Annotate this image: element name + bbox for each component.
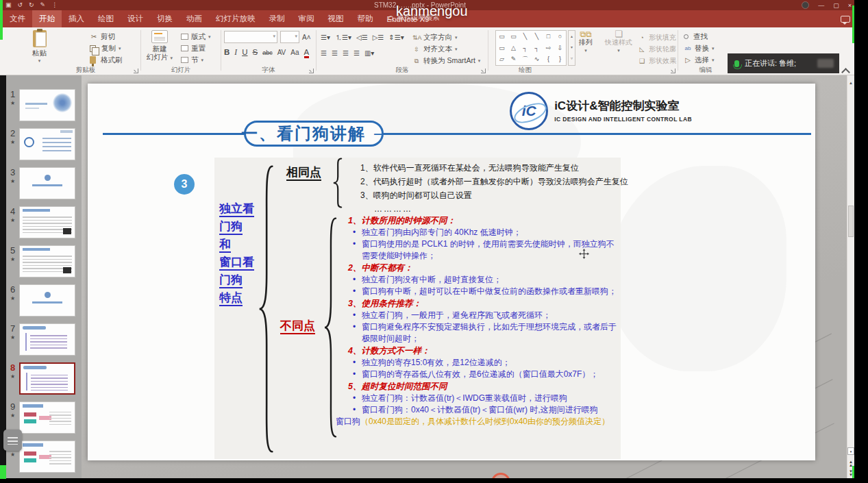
slide-thumbnail[interactable] [19, 284, 75, 317]
comments-icon[interactable] [841, 16, 850, 23]
ribbon-tab-录制[interactable]: 录制 [262, 10, 292, 27]
find-button[interactable]: 查找 [684, 32, 708, 42]
scroll-menu-button[interactable]: ▾ [847, 447, 854, 455]
section-button[interactable]: 节▾ [181, 55, 203, 65]
shape-item[interactable]: ╲ [519, 31, 531, 42]
select-button[interactable]: ▷选择▾ [684, 55, 715, 65]
shape-item[interactable]: □ [543, 31, 554, 42]
shape-item[interactable]: ✎ [508, 53, 519, 65]
ribbon-tab-设计[interactable]: 设计 [121, 10, 150, 27]
slide-thumbnail[interactable] [19, 206, 75, 238]
bullets-button[interactable]: ☰▾ [321, 34, 330, 41]
increase-indent-button[interactable]: ▷☰ [373, 34, 384, 41]
underline-button[interactable]: U [242, 48, 247, 56]
slide-thumbnail[interactable] [19, 362, 75, 395]
drawing-dialog-launcher[interactable] [671, 69, 675, 73]
copy-button[interactable]: 复制▾ [90, 43, 121, 53]
ribbon-tab-绘图[interactable]: 绘图 [91, 10, 121, 27]
arrange-button[interactable]: ⧉⧉ 排列▾ [579, 30, 593, 55]
format-painter-button[interactable]: 格式刷 [90, 55, 123, 65]
bold-button[interactable]: B [224, 48, 230, 56]
shape-item[interactable]: ╲ [531, 31, 543, 42]
ribbon-tab-开始[interactable]: 开始 [32, 10, 62, 27]
shapes-gallery-scroll[interactable]: ▴▾▿ [568, 30, 575, 66]
replace-button[interactable]: ab替换▾ [684, 43, 715, 53]
italic-button[interactable]: I [234, 48, 237, 56]
slide-thumbnail[interactable] [19, 89, 75, 121]
slide-editor[interactable]: 一、看门狗讲解 — iC iC设计&智能控制实验室 IC DESIGN AND … [88, 84, 815, 460]
restore-button[interactable]: ▢ [833, 2, 839, 9]
shape-item[interactable]: ⇩ [554, 42, 566, 54]
ribbon-tab-视图[interactable]: 视图 [321, 10, 351, 27]
align-left-button[interactable]: ☰ [321, 49, 327, 57]
shape-outline-button[interactable]: ◺形状轮廓 [638, 45, 676, 54]
shape-fill-button[interactable]: ◔形状填充 [638, 33, 676, 42]
shape-item[interactable]: ⌒ [519, 53, 531, 65]
quick-styles-button[interactable]: ❏ 快速样式▾ [605, 30, 632, 55]
ribbon-tab-切换[interactable]: 切换 [150, 10, 179, 27]
ink-icon[interactable]: ✎ [40, 1, 46, 10]
shape-item[interactable]: ○ [554, 31, 566, 42]
scroll-up-icon[interactable]: ▲ [847, 81, 854, 85]
shape-item[interactable]: ⇨ [543, 42, 554, 54]
shapes-gallery[interactable]: ▭▭╲╲□○▭△┐┐⇨⇩▱✎⌒∿{} [495, 30, 567, 66]
slide-thumbnail[interactable] [19, 245, 75, 277]
slide-title-banner[interactable]: 一、看门狗讲解 — [244, 121, 384, 147]
scrollbar-thumb[interactable] [848, 206, 854, 237]
shape-item[interactable]: ∿ [531, 53, 543, 65]
line-spacing-button[interactable]: ⇕☰▾ [388, 34, 404, 41]
minimize-button[interactable]: — [818, 2, 824, 9]
paragraph-dialog-launcher[interactable] [481, 69, 486, 73]
font-color-button[interactable]: A [304, 48, 310, 58]
ribbon-tab-动画[interactable]: 动画 [179, 10, 209, 27]
ribbon-tab-审阅[interactable]: 审阅 [292, 10, 321, 27]
shape-item[interactable]: } [554, 53, 566, 65]
slide-thumbnail[interactable] [19, 441, 75, 473]
change-case-button[interactable]: Aa [290, 49, 299, 56]
slide-thumbnail[interactable] [19, 128, 75, 160]
layout-button[interactable]: 版式▾ [181, 32, 211, 42]
shape-effects-button[interactable]: ❑形状效果 [638, 56, 676, 66]
font-dialog-launcher[interactable] [309, 69, 314, 73]
ribbon-tab-插入[interactable]: 插入 [62, 10, 91, 27]
columns-button[interactable]: ▥▾ [364, 49, 374, 57]
shape-item[interactable]: ┐ [531, 42, 543, 54]
numbering-button[interactable]: ⒈☰▾ [335, 33, 351, 42]
align-right-button[interactable]: ☰ [343, 49, 349, 57]
account-avatar[interactable] [802, 1, 809, 9]
redo-icon[interactable]: ↻ [29, 1, 34, 10]
text-direction-button[interactable]: ⇅A文字方向▾ [412, 33, 458, 42]
customize-qat-icon[interactable]: ⋮ [51, 1, 58, 10]
clear-format-button[interactable]: abc [262, 49, 273, 56]
decrease-indent-button[interactable]: ◁☰ [356, 34, 368, 41]
floating-widget[interactable] [3, 430, 22, 451]
save-icon[interactable]: ▣ [5, 1, 12, 10]
grow-font-button[interactable]: A˄ [302, 34, 311, 41]
character-spacing-button[interactable]: AV [277, 49, 286, 56]
align-text-button[interactable]: ⇳对齐文本▾ [412, 45, 458, 54]
close-button[interactable]: × [848, 2, 852, 9]
justify-button[interactable]: ☰ [354, 49, 360, 57]
clipboard-dialog-launcher[interactable] [134, 69, 138, 73]
slide-thumbnail[interactable] [19, 401, 75, 434]
shape-item[interactable]: ▱ [496, 53, 508, 65]
shape-item[interactable]: ▭ [496, 42, 508, 54]
vertical-scrollbar[interactable]: ▲ ▾ ▲▲ ▼▼ [847, 75, 854, 478]
font-name-select[interactable] [224, 31, 277, 43]
shape-item[interactable]: ▭ [496, 31, 508, 42]
undo-icon[interactable]: ↺ [18, 1, 23, 10]
new-slide-button[interactable]: 新建 幻灯片 ▾ [147, 30, 173, 62]
shape-item[interactable]: { [543, 53, 554, 65]
shape-item[interactable]: ▭ [508, 31, 519, 42]
ribbon-tab-文件[interactable]: 文件 [3, 10, 32, 27]
ribbon-tab-幻灯片放映[interactable]: 幻灯片放映 [209, 10, 262, 27]
shape-item[interactable]: △ [508, 42, 519, 54]
ribbon-tab-帮助[interactable]: 帮助 [351, 10, 380, 27]
shape-item[interactable]: ┐ [519, 42, 531, 54]
slide-thumbnail[interactable] [19, 323, 75, 356]
smartart-button[interactable]: ⧉转换为 SmartArt▾ [412, 56, 480, 66]
slide-thumbnail[interactable] [19, 167, 75, 199]
align-center-button[interactable]: ☰ [332, 49, 338, 57]
paste-button[interactable]: 粘贴▾ [32, 30, 47, 65]
strikethrough-button[interactable]: S [252, 48, 258, 56]
